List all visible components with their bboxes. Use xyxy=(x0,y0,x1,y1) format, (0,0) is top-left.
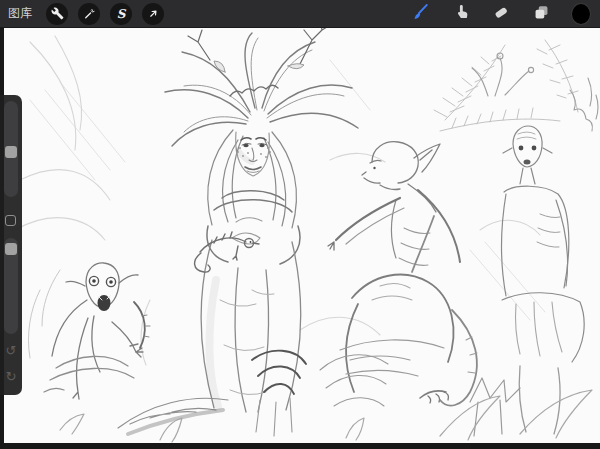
undo-button[interactable]: ↺ xyxy=(0,341,22,361)
smudge-button[interactable] xyxy=(451,3,471,25)
toolbar-left-group: 图库 S xyxy=(8,3,164,25)
paint-button[interactable] xyxy=(411,3,431,25)
wrench-icon xyxy=(51,7,64,20)
transform-button[interactable] xyxy=(142,3,164,25)
brush-size-slider[interactable] xyxy=(4,101,18,197)
modify-button[interactable] xyxy=(5,215,16,226)
adjustments-button[interactable] xyxy=(78,3,100,25)
canvas-area[interactable] xyxy=(4,28,600,443)
arrow-cursor-icon xyxy=(147,7,160,20)
selection-button[interactable]: S xyxy=(110,3,132,25)
toolbar-right-group xyxy=(411,3,591,25)
procreate-app: 图库 S xyxy=(0,0,600,449)
top-toolbar: 图库 S xyxy=(0,0,600,28)
redo-button[interactable]: ↻ xyxy=(0,367,22,387)
gallery-button[interactable]: 图库 xyxy=(8,5,36,22)
s-ribbon-icon: S xyxy=(117,8,126,20)
eraser-icon xyxy=(492,3,511,25)
actions-button[interactable] xyxy=(46,3,68,25)
opacity-handle[interactable] xyxy=(5,243,17,255)
color-button[interactable] xyxy=(571,3,591,25)
magic-wand-icon xyxy=(83,7,96,20)
erase-button[interactable] xyxy=(491,3,511,25)
tool-sidebar: ↺ ↻ xyxy=(0,95,22,395)
brush-icon xyxy=(411,2,431,25)
layers-button[interactable] xyxy=(531,3,551,25)
layers-icon xyxy=(532,3,551,25)
brush-size-handle[interactable] xyxy=(5,146,17,158)
opacity-slider[interactable] xyxy=(4,238,18,334)
color-swatch xyxy=(571,3,591,25)
artwork-sketch xyxy=(4,28,600,443)
smudge-finger-icon xyxy=(452,3,471,25)
